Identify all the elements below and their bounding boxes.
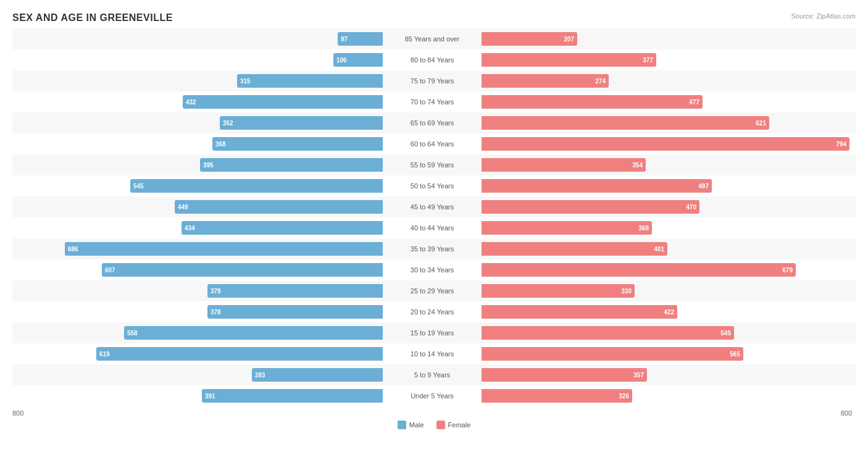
age-label: 25 to 29 Years	[383, 287, 482, 295]
female-bar: 794	[482, 137, 849, 151]
male-side: 368	[12, 133, 383, 154]
male-side: 432	[12, 91, 383, 112]
age-label: 35 to 39 Years	[383, 245, 482, 253]
female-side: 330	[482, 280, 852, 301]
table-row: 35265 to 69 Years621	[12, 112, 856, 133]
female-side: 401	[482, 238, 852, 259]
female-bar: 274	[482, 74, 609, 88]
female-bar: 354	[482, 158, 646, 172]
female-side: 477	[482, 91, 852, 112]
source-label: Source: ZipAtlas.com	[791, 12, 856, 20]
female-value-label: 326	[616, 393, 632, 400]
female-bar: 422	[482, 305, 677, 319]
chart-container: SEX AND AGE IN GREENEVILLE Source: ZipAt…	[0, 0, 868, 457]
table-row: 37820 to 24 Years422	[12, 301, 856, 322]
legend-male: Male	[398, 421, 424, 429]
male-side: 686	[12, 238, 383, 259]
table-row: 37925 to 29 Years330	[12, 280, 856, 301]
legend-female: Female	[436, 421, 471, 429]
table-row: 60730 to 34 Years679	[12, 259, 856, 280]
male-value-label: 378	[207, 309, 224, 316]
female-value-label: 621	[753, 120, 769, 127]
male-value-label: 368	[212, 141, 229, 148]
table-row: 68635 to 39 Years401	[12, 238, 856, 259]
male-side: 97	[12, 28, 383, 49]
female-value-label: 368	[635, 225, 652, 232]
female-side: 377	[482, 49, 852, 70]
age-label: 20 to 24 Years	[383, 308, 482, 316]
legend: Male Female	[12, 421, 856, 429]
table-row: 10680 to 84 Years377	[12, 49, 856, 70]
female-side: 274	[482, 70, 852, 91]
table-row: 2835 to 9 Years357	[12, 364, 856, 385]
age-label: 80 to 84 Years	[383, 56, 482, 64]
male-value-label: 558	[124, 330, 141, 337]
male-bar: 378	[207, 305, 383, 319]
female-side: 368	[482, 217, 852, 238]
male-bar: 449	[175, 200, 383, 214]
male-bar: 97	[338, 32, 383, 46]
male-bar: 558	[124, 326, 383, 340]
female-value-label: 207	[561, 36, 577, 43]
female-side: 679	[482, 259, 852, 280]
table-row: 55815 to 19 Years545	[12, 322, 856, 343]
male-value-label: 315	[237, 78, 254, 85]
female-bar: 565	[482, 347, 743, 361]
chart-area: 9785 Years and over20710680 to 84 Years3…	[12, 28, 856, 406]
male-bar: 545	[130, 179, 383, 193]
male-value-label: 607	[102, 267, 119, 274]
male-bar: 368	[212, 137, 383, 151]
age-label: 5 to 9 Years	[383, 371, 482, 379]
female-side: 326	[482, 385, 852, 406]
female-bar: 470	[482, 200, 699, 214]
male-value-label: 106	[333, 57, 350, 64]
legend-male-box	[398, 421, 406, 429]
female-value-label: 679	[779, 267, 796, 274]
table-row: 61910 to 14 Years565	[12, 343, 856, 364]
age-label: 85 Years and over	[383, 35, 482, 43]
axis-bottom: 800 800	[12, 409, 856, 417]
legend-female-label: Female	[448, 421, 471, 429]
female-side: 470	[482, 196, 852, 217]
male-bar: 315	[237, 74, 383, 88]
chart-title: SEX AND AGE IN GREENEVILLE	[12, 12, 856, 23]
male-bar: 619	[96, 347, 383, 361]
male-bar: 686	[65, 242, 383, 256]
male-bar: 283	[252, 368, 383, 382]
female-side: 207	[482, 28, 852, 49]
female-value-label: 274	[592, 78, 609, 85]
female-side: 545	[482, 322, 852, 343]
axis-right-val: 800	[841, 409, 852, 417]
male-side: 391	[12, 385, 383, 406]
male-bar: 607	[102, 263, 383, 277]
female-bar: 326	[482, 389, 632, 403]
female-bar: 497	[482, 179, 712, 193]
male-side: 619	[12, 343, 383, 364]
female-bar: 368	[482, 221, 652, 235]
male-value-label: 395	[200, 162, 217, 169]
female-bar: 477	[482, 95, 703, 109]
male-side: 434	[12, 217, 383, 238]
male-side: 106	[12, 49, 383, 70]
table-row: 391Under 5 Years326	[12, 385, 856, 406]
male-side: 315	[12, 70, 383, 91]
age-label: 40 to 44 Years	[383, 224, 482, 232]
female-side: 565	[482, 343, 852, 364]
male-side: 283	[12, 364, 383, 385]
male-side: 449	[12, 196, 383, 217]
female-side: 354	[482, 154, 852, 175]
age-label: 10 to 14 Years	[383, 350, 482, 358]
male-bar: 391	[202, 389, 383, 403]
male-bar: 352	[220, 116, 383, 130]
female-value-label: 794	[833, 141, 849, 148]
female-bar: 679	[482, 263, 796, 277]
male-side: 545	[12, 175, 383, 196]
age-label: 45 to 49 Years	[383, 203, 482, 211]
table-row: 54550 to 54 Years497	[12, 175, 856, 196]
male-value-label: 379	[207, 288, 224, 295]
table-row: 44945 to 49 Years470	[12, 196, 856, 217]
male-side: 607	[12, 259, 383, 280]
male-bar: 379	[207, 284, 383, 298]
female-value-label: 401	[651, 246, 667, 253]
female-bar: 330	[482, 284, 635, 298]
